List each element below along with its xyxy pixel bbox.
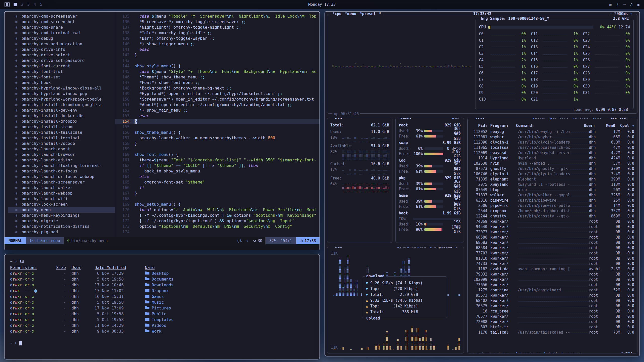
file-item[interactable]: ✱omarchy-launch-or-focus — [8, 168, 115, 174]
swap-icon[interactable]: ⇄ — [609, 2, 612, 7]
proc-action-kkill[interactable]: k kill — [544, 351, 558, 353]
file-item[interactable]: ✱omarchy-lock-screen — [8, 202, 115, 207]
file-item[interactable]: ✱omarchy-install-vscode — [8, 141, 115, 146]
process-row[interactable]: 71835elephant elephantdhh390M0.0 — [471, 176, 634, 182]
process-row[interactable]: 74869kworker/ root0B0.0 — [471, 219, 634, 224]
workspace-3[interactable]: 3 — [27, 2, 30, 7]
file-item[interactable]: ✱omarchy-launch-walker — [8, 185, 115, 191]
proc-action-info[interactable]: info ↵ — [498, 351, 512, 353]
command-line[interactable] — [5, 244, 319, 250]
file-item[interactable]: ✱omarchy-launch-webapp — [8, 191, 115, 196]
file-item[interactable]: ✱omarchy-pkg-add — [8, 229, 115, 235]
network-box-title[interactable]: ⁵net — [330, 247, 343, 249]
file-item[interactable]: ✱omarchy-install-tailscale — [8, 130, 115, 135]
process-row[interactable]: 76577kworker/ root0B0.0 — [471, 314, 634, 319]
proc-header-program[interactable]: Program: — [487, 123, 515, 128]
directory-name[interactable]: Music — [145, 299, 314, 305]
proc-header-cpu[interactable]: Cpu% — [615, 123, 629, 128]
file-item[interactable]: ✱omarchy-hook — [8, 80, 115, 85]
power-icon[interactable]: ◉ — [637, 2, 639, 7]
process-row[interactable]: 72073kworker/ root0B0.0 — [471, 229, 634, 235]
process-row[interactable]: 112061waybar /usr/bin/waybardhh68M0.0 — [471, 134, 634, 140]
file-item[interactable]: ✱omarchy-drive-set-password — [8, 58, 115, 63]
process-row[interactable]: 16rcu_pree root0B0.0 — [471, 308, 634, 314]
file-item[interactable]: ✱omarchy-install-docker-dbs — [8, 113, 115, 119]
workspace-4[interactable]: 4 — [34, 2, 36, 7]
process-row[interactable]: 95673kworker/ root0B0.0 — [471, 293, 634, 298]
process-row[interactable]: 73703kworker/ root0B0.0 — [471, 250, 634, 256]
interval-decrease[interactable]: − — [610, 12, 612, 16]
process-row[interactable]: 73656kworker/ root0B0.0 — [471, 282, 634, 287]
process-row[interactable]: 68584kworker/ root0B0.0 — [471, 245, 634, 250]
file-item[interactable]: ✱omarchy-install-dev-env — [8, 108, 115, 113]
proc-sort-control[interactable]: ‹ cpu lazy › — [606, 118, 633, 120]
file-item[interactable]: ✱omarchy-menu — [8, 207, 115, 213]
process-row[interactable]: 112069swayosd- /usr/bin/swayosd-serverdh… — [471, 150, 634, 155]
btop-tab-cpu[interactable]: ¹cpu — [332, 12, 341, 16]
directory-name[interactable]: Games — [145, 294, 314, 299]
file-item[interactable]: ✱omarchy-launch-floating-terminal- — [8, 163, 115, 168]
process-row[interactable]: 81310kworker/ root0B0.0 — [471, 256, 634, 261]
terminal-window[interactable]: ~ › ls PermissionsSizeUserDate ModifiedN… — [4, 254, 320, 359]
process-row[interactable]: 74733kworker/ root0B0.0 — [471, 261, 634, 266]
btop-tab-menu[interactable]: ²menu — [345, 12, 356, 16]
network-options[interactable]: syncautozero‹b enp191s0 n› — [395, 247, 461, 249]
bluetooth-icon[interactable]: ᛒ — [616, 2, 619, 7]
file-item[interactable]: ✱omarchy-cmd-terminal-cwd — [8, 30, 115, 36]
process-row[interactable]: 71837walker /usr/bin/walker --gappldhh32… — [471, 192, 634, 198]
process-row[interactable]: 1914Hyprland Hyprlanddhh424M0.0 — [471, 155, 634, 161]
file-item[interactable]: ✱omarchy-cmd-screensaver — [8, 14, 115, 19]
net-interface[interactable]: ‹b enp191s0 n› — [427, 247, 459, 249]
file-explorer[interactable]: ✱omarchy-cmd-screensaver✱omarchy-cmd-scr… — [5, 12, 115, 237]
file-item[interactable]: ✱omarchy-drive-info — [8, 47, 115, 52]
directory-name[interactable]: Downloads — [145, 282, 314, 288]
disks-box-title[interactable]: disks — [399, 118, 413, 120]
file-item[interactable]: ✱omarchy-install-chromium-google-a — [8, 102, 115, 108]
btop-window[interactable]: ¹cpu²menu³preset* 17:33:43 − 2000ms + ⠀⠀… — [325, 11, 640, 356]
directory-name[interactable]: Documents — [145, 276, 314, 282]
file-item[interactable]: ✱omarchy-notification-dismiss — [8, 224, 115, 229]
keyboard-icon[interactable]: ⌨ — [623, 2, 626, 7]
proc-header-command[interactable]: Command: — [515, 123, 584, 128]
proc-header-memb[interactable]: MemB — [600, 123, 615, 128]
file-item[interactable]: ✱omarchy-launch-or-focus-webapp — [8, 174, 115, 179]
terminal-cursor[interactable] — [19, 341, 22, 345]
file-item[interactable]: ✱omarchy-hyprland-window-close-all — [8, 85, 115, 91]
process-row[interactable]: 112052swaybg /usr/bin/swaybg -i /homdhh1… — [471, 129, 634, 134]
proc-action-tterminate[interactable]: t terminate — [516, 351, 541, 353]
process-row[interactable]: 94540kworker/ root0B0.0 — [471, 224, 634, 229]
proc-action-select[interactable]: ↑ select ↓ — [472, 351, 495, 353]
proc-option-per-core[interactable]: per-core — [550, 118, 568, 120]
process-row[interactable]: 102099kworker/ root0B0.0 — [471, 277, 634, 282]
file-item[interactable]: ✱omarchy-launch-about — [8, 146, 115, 152]
process-row[interactable]: 79032kworker/ root0B0.0 — [471, 272, 634, 277]
proc-option-reverse[interactable]: reverse — [572, 118, 588, 120]
file-item[interactable]: ✱omarchy-menu-keybindings — [8, 213, 115, 218]
omarchy-logo-icon[interactable] — [5, 2, 10, 7]
proc-header-user[interactable]: User: — [584, 123, 600, 128]
file-item[interactable]: ✱omarchy-launch-wifi — [8, 196, 115, 202]
directory-name[interactable]: Templates — [145, 317, 314, 323]
process-box-title[interactable]: ⁶proc — [471, 118, 486, 120]
directory-name[interactable]: Videos — [145, 323, 314, 328]
file-item[interactable]: ✱omarchy-font-set — [8, 74, 115, 80]
process-row[interactable]: 2506pipewire /usr/bin/pipewire-pulsedhh1… — [471, 203, 634, 208]
process-row[interactable]: 2075Xwayland Xwayland :1 -rootless -dhh1… — [471, 182, 634, 187]
proc-option-filter[interactable]: filter — [533, 118, 546, 120]
file-item[interactable]: ✱omarchy-install-steam — [8, 124, 115, 130]
net-option-sync[interactable]: sync — [397, 247, 406, 249]
net-option-auto[interactable]: auto — [407, 247, 416, 249]
process-row[interactable]: 63816pipewire /usr/bin/pipewiredhh25M0.0 — [471, 198, 634, 203]
proc-action-ssignals[interactable]: s signals — [561, 351, 582, 353]
file-item[interactable]: ✱omarchy-install-dropbox — [8, 119, 115, 124]
file-item[interactable]: ✱omarchy-cmd-screenshot — [8, 19, 115, 25]
disks-io-toggle[interactable]: iio — [450, 118, 461, 120]
file-item[interactable]: ✱omarchy-migrate — [8, 218, 115, 224]
process-row[interactable]: 1275containe /usr/bin/containerdroot52M0… — [471, 287, 634, 293]
process-row[interactable]: 68586kworker/ root0B0.0 — [471, 235, 634, 240]
workspace-1[interactable] — [14, 3, 17, 6]
directory-name[interactable]: Pictures — [145, 305, 314, 311]
process-row[interactable]: 106746glycin-i /usr/lib/glycin-loadersdh… — [471, 171, 634, 176]
process-row[interactable]: 68402kworker/ root0B0.0 — [471, 298, 634, 303]
process-row[interactable]: 2544dropbox /home/dhh/.dropbox-distdhh35… — [471, 208, 634, 213]
